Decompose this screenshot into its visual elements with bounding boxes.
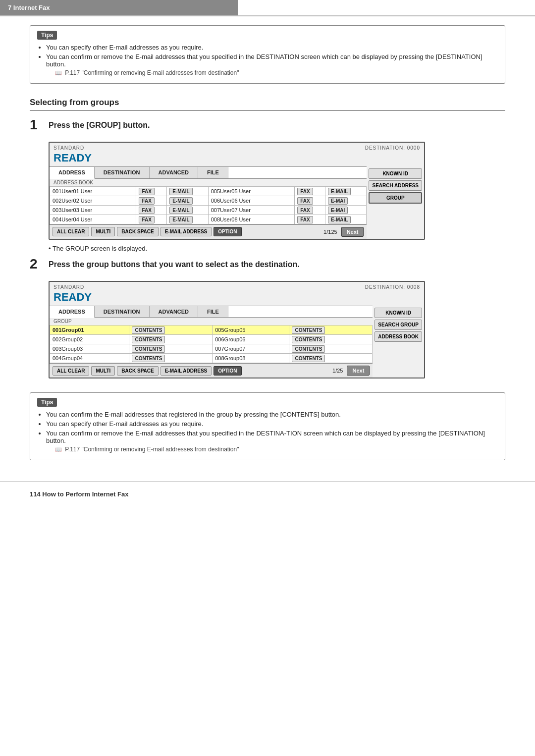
- screen2-destination: DESTINATION: 0008: [365, 284, 420, 290]
- tips-label-2: Tips: [37, 398, 57, 407]
- contents-btn-l2[interactable]: CONTENTS: [129, 335, 213, 344]
- tab2-destination[interactable]: DESTINATION: [95, 306, 150, 318]
- group-left-1[interactable]: 001Group01: [50, 325, 129, 335]
- email-btn-l3[interactable]: E-MAIL: [167, 205, 209, 215]
- group-left-3[interactable]: 003Group03: [50, 344, 129, 354]
- screen1-sublabel: ADDRESS BOOK: [50, 179, 367, 186]
- email-btn-l1[interactable]: E-MAIL: [167, 186, 209, 196]
- tab2-address[interactable]: ADDRESS: [50, 306, 95, 318]
- user-left-3[interactable]: 003User03 User: [50, 205, 136, 215]
- screen1-mockup: STANDARD DESTINATION: 0000 READY ADDRESS…: [49, 142, 425, 240]
- screen2-group-table: 001Group01 CONTENTS 005Group05 CONTENTS …: [50, 325, 373, 363]
- all-clear-btn-2[interactable]: ALL CLEAR: [53, 366, 89, 376]
- header-label: 7 Internet Fax: [8, 4, 50, 11]
- search-group-btn-2[interactable]: SEARCH GROUP: [374, 320, 422, 330]
- table-row: 004User04 User FAX E-MAIL 008User08 User…: [50, 215, 367, 224]
- header-bar: 7 Internet Fax: [0, 0, 238, 15]
- fax-btn-r3[interactable]: FAX: [295, 205, 325, 215]
- fax-btn-r1[interactable]: FAX: [295, 186, 325, 196]
- fax-btn-l3[interactable]: FAX: [136, 205, 167, 215]
- group-right-4[interactable]: 008Group08: [213, 354, 289, 363]
- tab1-advanced[interactable]: ADVANCED: [150, 167, 199, 178]
- fax-btn-r4[interactable]: FAX: [295, 215, 325, 224]
- screen1-toolbar: ALL CLEAR MULTI BACK SPACE E-MAIL ADDRES…: [50, 224, 367, 239]
- footer-text: 114 How to Perform Internet Fax: [0, 486, 535, 502]
- contents-btn-r4[interactable]: CONTENTS: [289, 354, 373, 363]
- fax-btn-r2[interactable]: FAX: [295, 196, 325, 205]
- screen2-side-buttons: KNOWN ID SEARCH GROUP ADDRESS BOOK: [373, 306, 424, 378]
- screen2-ready: READY: [50, 291, 424, 306]
- tips-list-2: You can confirm the E-mail addresses tha…: [37, 411, 498, 453]
- search-address-btn-1[interactable]: SEARCH ADDRESS: [369, 180, 422, 191]
- all-clear-btn-1[interactable]: ALL CLEAR: [53, 227, 89, 236]
- tips-box-2: Tips You can confirm the E-mail addresse…: [30, 392, 505, 460]
- table-row: 001User01 User FAX E-MAIL 005User05 User…: [50, 186, 367, 196]
- screen1-side-buttons: KNOWN ID SEARCH ADDRESS GROUP: [367, 166, 424, 239]
- fax-btn-l1[interactable]: FAX: [136, 186, 167, 196]
- contents-btn-l4[interactable]: CONTENTS: [129, 354, 213, 363]
- screen1-body: ADDRESS DESTINATION ADVANCED FILE ADDRES…: [50, 166, 424, 239]
- option-btn-1[interactable]: OPTION: [214, 227, 241, 236]
- table-row: 004Group04 CONTENTS 008Group08 CONTENTS: [50, 354, 373, 363]
- step2-container: 2 Press the group buttons that you want …: [30, 258, 505, 272]
- user-left-4[interactable]: 004User04 User: [50, 215, 136, 224]
- tab1-address[interactable]: ADDRESS: [50, 167, 95, 179]
- step2-number: 2: [30, 256, 49, 272]
- tab2-advanced[interactable]: ADVANCED: [150, 306, 199, 318]
- tab1-destination[interactable]: DESTINATION: [95, 167, 150, 178]
- contents-btn-r2[interactable]: CONTENTS: [289, 335, 373, 344]
- email-btn-l4[interactable]: E-MAIL: [167, 215, 209, 224]
- group-btn-1[interactable]: GROUP: [369, 192, 422, 204]
- email-btn-r2[interactable]: E-MAI: [325, 196, 367, 205]
- next-btn-2[interactable]: Next: [347, 366, 370, 376]
- bottom-divider: [0, 481, 535, 482]
- table-row: 003Group03 CONTENTS 007Group07 CONTENTS: [50, 344, 373, 354]
- email-btn-r1[interactable]: E-MAIL: [325, 186, 367, 196]
- step1-container: 1 Press the [GROUP] button.: [30, 119, 505, 133]
- multi-btn-2[interactable]: MULTI: [91, 366, 115, 376]
- back-space-btn-2[interactable]: BACK SPACE: [117, 366, 158, 376]
- group-left-2[interactable]: 002Group02: [50, 335, 129, 344]
- email-address-btn-1[interactable]: E-MAIL ADDRESS: [160, 227, 212, 236]
- group-right-1[interactable]: 005Group05: [213, 325, 289, 335]
- contents-btn-r1[interactable]: CONTENTS: [289, 325, 373, 335]
- tips-label-1: Tips: [37, 31, 57, 40]
- contents-btn-r3[interactable]: CONTENTS: [289, 344, 373, 354]
- table-row: 002Group02 CONTENTS 006Group06 CONTENTS: [50, 335, 373, 344]
- tips-item-2-1: You can confirm the E-mail addresses tha…: [46, 411, 498, 418]
- fax-btn-l2[interactable]: FAX: [136, 196, 167, 205]
- fax-btn-l4[interactable]: FAX: [136, 215, 167, 224]
- contents-btn-l1[interactable]: CONTENTS: [129, 325, 213, 335]
- screen2-mockup: STANDARD DESTINATION: 0008 READY ADDRESS…: [49, 281, 425, 379]
- contents-btn-l3[interactable]: CONTENTS: [129, 344, 213, 354]
- tips-item-2-2: You can specify other E-mail addresses a…: [46, 420, 498, 428]
- option-btn-2[interactable]: OPTION: [214, 366, 241, 376]
- screen2-header: STANDARD DESTINATION: 0008: [50, 282, 424, 291]
- group-right-3[interactable]: 007Group07: [213, 344, 289, 354]
- book-icon-2: 📖: [55, 446, 62, 452]
- user-right-1[interactable]: 005User05 User: [208, 186, 294, 196]
- address-book-btn-2[interactable]: ADDRESS BOOK: [374, 331, 422, 342]
- tab2-file[interactable]: FILE: [198, 306, 228, 318]
- user-left-2[interactable]: 002User02 User: [50, 196, 136, 205]
- group-left-4[interactable]: 004Group04: [50, 354, 129, 363]
- user-right-2[interactable]: 006User06 User: [208, 196, 294, 205]
- top-divider: [0, 15, 535, 16]
- tab1-file[interactable]: FILE: [198, 167, 228, 178]
- known-id-btn-1[interactable]: KNOWN ID: [369, 168, 422, 179]
- next-btn-1[interactable]: Next: [341, 227, 364, 237]
- group-right-2[interactable]: 006Group06: [213, 335, 289, 344]
- user-right-4[interactable]: 008User08 User: [208, 215, 294, 224]
- multi-btn-1[interactable]: MULTI: [91, 227, 115, 236]
- known-id-btn-2[interactable]: KNOWN ID: [374, 308, 422, 318]
- tips-item-2-3: You can confirm or remove the E-mail add…: [46, 430, 498, 453]
- user-left-1[interactable]: 001User01 User: [50, 186, 136, 196]
- back-space-btn-1[interactable]: BACK SPACE: [117, 227, 158, 236]
- email-address-btn-2[interactable]: E-MAIL ADDRESS: [160, 366, 212, 376]
- user-right-3[interactable]: 007User07 User: [208, 205, 294, 215]
- step2-text: Press the group buttons that you want to…: [49, 260, 300, 269]
- email-btn-r3[interactable]: E-MAI: [325, 205, 367, 215]
- email-btn-l2[interactable]: E-MAIL: [167, 196, 209, 205]
- email-btn-r4[interactable]: E-MAIL: [325, 215, 367, 224]
- tips-item-1-1: You can specify other E-mail addresses a…: [46, 44, 498, 51]
